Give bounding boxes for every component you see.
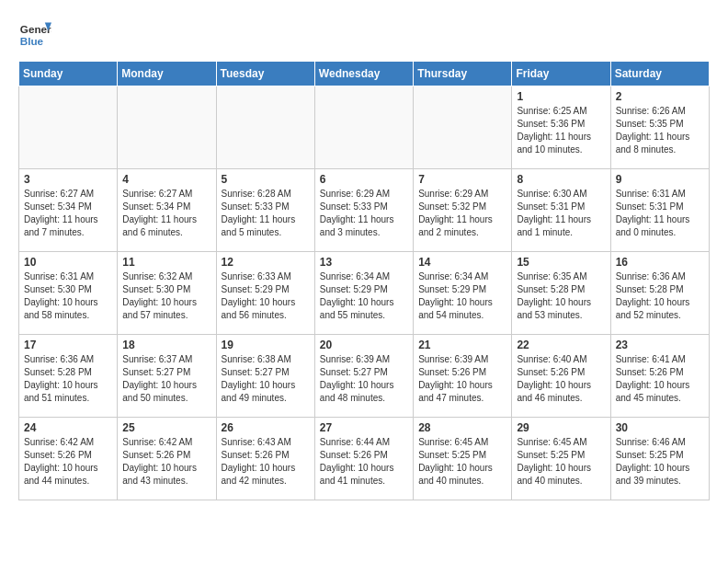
day-cell: 25Sunrise: 6:42 AM Sunset: 5:26 PM Dayli…: [118, 418, 216, 500]
day-number: 14: [418, 256, 506, 269]
day-cell: 10Sunrise: 6:31 AM Sunset: 5:30 PM Dayli…: [19, 252, 118, 335]
day-cell: 26Sunrise: 6:43 AM Sunset: 5:26 PM Dayli…: [216, 418, 314, 500]
day-number: 26: [222, 421, 310, 434]
day-cell: 4Sunrise: 6:27 AM Sunset: 5:34 PM Daylig…: [118, 169, 216, 252]
day-info: Sunrise: 6:39 AM Sunset: 5:26 PM Dayligh…: [418, 353, 506, 405]
day-info: Sunrise: 6:31 AM Sunset: 5:31 PM Dayligh…: [616, 188, 704, 239]
day-info: Sunrise: 6:45 AM Sunset: 5:25 PM Dayligh…: [517, 436, 605, 488]
day-number: 18: [122, 339, 210, 351]
header-cell-wednesday: Wednesday: [314, 62, 413, 86]
day-cell: 2Sunrise: 6:26 AM Sunset: 5:35 PM Daylig…: [610, 86, 709, 169]
logo: General Blue: [18, 18, 51, 52]
day-info: Sunrise: 6:35 AM Sunset: 5:28 PM Dayligh…: [517, 270, 605, 322]
day-number: 24: [24, 421, 112, 434]
day-cell: 29Sunrise: 6:45 AM Sunset: 5:25 PM Dayli…: [512, 418, 610, 500]
day-cell: [19, 86, 118, 169]
header-cell-friday: Friday: [512, 62, 610, 86]
day-cell: 21Sunrise: 6:39 AM Sunset: 5:26 PM Dayli…: [414, 335, 512, 418]
day-cell: 17Sunrise: 6:36 AM Sunset: 5:28 PM Dayli…: [19, 335, 118, 418]
day-cell: 3Sunrise: 6:27 AM Sunset: 5:34 PM Daylig…: [19, 169, 118, 252]
header-cell-monday: Monday: [118, 62, 216, 86]
day-cell: 6Sunrise: 6:29 AM Sunset: 5:33 PM Daylig…: [314, 169, 413, 252]
day-number: 19: [222, 339, 310, 351]
day-cell: 7Sunrise: 6:29 AM Sunset: 5:32 PM Daylig…: [414, 169, 512, 252]
day-number: 13: [320, 256, 408, 269]
day-number: 4: [122, 173, 210, 186]
day-cell: 23Sunrise: 6:41 AM Sunset: 5:26 PM Dayli…: [610, 335, 709, 418]
day-number: 15: [517, 256, 605, 269]
calendar-table: SundayMondayTuesdayWednesdayThursdayFrid…: [18, 61, 710, 500]
day-info: Sunrise: 6:28 AM Sunset: 5:33 PM Dayligh…: [222, 188, 310, 239]
day-cell: 27Sunrise: 6:44 AM Sunset: 5:26 PM Dayli…: [314, 418, 413, 500]
day-number: 30: [616, 421, 704, 434]
day-info: Sunrise: 6:38 AM Sunset: 5:27 PM Dayligh…: [222, 353, 310, 405]
day-cell: [314, 86, 413, 169]
day-number: 27: [320, 421, 408, 434]
week-row-3: 10Sunrise: 6:31 AM Sunset: 5:30 PM Dayli…: [19, 252, 710, 335]
day-cell: 5Sunrise: 6:28 AM Sunset: 5:33 PM Daylig…: [216, 169, 314, 252]
day-cell: 30Sunrise: 6:46 AM Sunset: 5:25 PM Dayli…: [610, 418, 709, 500]
day-number: 23: [616, 339, 704, 351]
day-number: 3: [24, 173, 112, 186]
day-number: 22: [517, 339, 605, 351]
day-cell: [216, 86, 314, 169]
day-info: Sunrise: 6:26 AM Sunset: 5:35 PM Dayligh…: [616, 105, 704, 156]
day-cell: [414, 86, 512, 169]
day-number: 7: [418, 173, 506, 186]
day-number: 2: [616, 90, 704, 103]
day-info: Sunrise: 6:27 AM Sunset: 5:34 PM Dayligh…: [122, 188, 210, 239]
day-info: Sunrise: 6:43 AM Sunset: 5:26 PM Dayligh…: [222, 436, 310, 488]
day-number: 21: [418, 339, 506, 351]
day-info: Sunrise: 6:40 AM Sunset: 5:26 PM Dayligh…: [517, 353, 605, 405]
day-cell: 9Sunrise: 6:31 AM Sunset: 5:31 PM Daylig…: [610, 169, 709, 252]
day-info: Sunrise: 6:32 AM Sunset: 5:30 PM Dayligh…: [122, 270, 210, 322]
day-cell: 8Sunrise: 6:30 AM Sunset: 5:31 PM Daylig…: [512, 169, 610, 252]
day-cell: 15Sunrise: 6:35 AM Sunset: 5:28 PM Dayli…: [512, 252, 610, 335]
day-number: 28: [418, 421, 506, 434]
day-cell: 12Sunrise: 6:33 AM Sunset: 5:29 PM Dayli…: [216, 252, 314, 335]
header-cell-thursday: Thursday: [414, 62, 512, 86]
day-info: Sunrise: 6:25 AM Sunset: 5:36 PM Dayligh…: [517, 105, 605, 156]
day-info: Sunrise: 6:30 AM Sunset: 5:31 PM Dayligh…: [517, 188, 605, 239]
day-cell: 24Sunrise: 6:42 AM Sunset: 5:26 PM Dayli…: [19, 418, 118, 500]
day-cell: 16Sunrise: 6:36 AM Sunset: 5:28 PM Dayli…: [610, 252, 709, 335]
day-number: 25: [122, 421, 210, 434]
week-row-4: 17Sunrise: 6:36 AM Sunset: 5:28 PM Dayli…: [19, 335, 710, 418]
day-number: 29: [517, 421, 605, 434]
day-number: 1: [517, 90, 605, 103]
day-info: Sunrise: 6:37 AM Sunset: 5:27 PM Dayligh…: [122, 353, 210, 405]
day-info: Sunrise: 6:46 AM Sunset: 5:25 PM Dayligh…: [616, 436, 704, 488]
day-info: Sunrise: 6:27 AM Sunset: 5:34 PM Dayligh…: [24, 188, 112, 239]
day-number: 11: [122, 256, 210, 269]
day-number: 10: [24, 256, 112, 269]
day-info: Sunrise: 6:33 AM Sunset: 5:29 PM Dayligh…: [222, 270, 310, 322]
day-number: 17: [24, 339, 112, 351]
day-info: Sunrise: 6:42 AM Sunset: 5:26 PM Dayligh…: [24, 436, 112, 488]
day-info: Sunrise: 6:34 AM Sunset: 5:29 PM Dayligh…: [320, 270, 408, 322]
day-info: Sunrise: 6:45 AM Sunset: 5:25 PM Dayligh…: [418, 436, 506, 488]
day-number: 6: [320, 173, 408, 186]
day-cell: 1Sunrise: 6:25 AM Sunset: 5:36 PM Daylig…: [512, 86, 610, 169]
day-cell: 11Sunrise: 6:32 AM Sunset: 5:30 PM Dayli…: [118, 252, 216, 335]
day-cell: 14Sunrise: 6:34 AM Sunset: 5:29 PM Dayli…: [414, 252, 512, 335]
day-cell: 18Sunrise: 6:37 AM Sunset: 5:27 PM Dayli…: [118, 335, 216, 418]
day-cell: 20Sunrise: 6:39 AM Sunset: 5:27 PM Dayli…: [314, 335, 413, 418]
day-number: 9: [616, 173, 704, 186]
day-info: Sunrise: 6:36 AM Sunset: 5:28 PM Dayligh…: [24, 353, 112, 405]
header-row: SundayMondayTuesdayWednesdayThursdayFrid…: [19, 62, 710, 86]
day-cell: 22Sunrise: 6:40 AM Sunset: 5:26 PM Dayli…: [512, 335, 610, 418]
day-cell: 13Sunrise: 6:34 AM Sunset: 5:29 PM Dayli…: [314, 252, 413, 335]
header-cell-saturday: Saturday: [610, 62, 709, 86]
day-info: Sunrise: 6:34 AM Sunset: 5:29 PM Dayligh…: [418, 270, 506, 322]
day-cell: [118, 86, 216, 169]
day-number: 20: [320, 339, 408, 351]
svg-text:Blue: Blue: [20, 35, 44, 47]
day-info: Sunrise: 6:41 AM Sunset: 5:26 PM Dayligh…: [616, 353, 704, 405]
header-cell-sunday: Sunday: [19, 62, 118, 86]
week-row-1: 1Sunrise: 6:25 AM Sunset: 5:36 PM Daylig…: [19, 86, 710, 169]
day-info: Sunrise: 6:29 AM Sunset: 5:33 PM Dayligh…: [320, 188, 408, 239]
day-info: Sunrise: 6:31 AM Sunset: 5:30 PM Dayligh…: [24, 270, 112, 322]
day-cell: 28Sunrise: 6:45 AM Sunset: 5:25 PM Dayli…: [414, 418, 512, 500]
day-number: 8: [517, 173, 605, 186]
day-number: 12: [222, 256, 310, 269]
